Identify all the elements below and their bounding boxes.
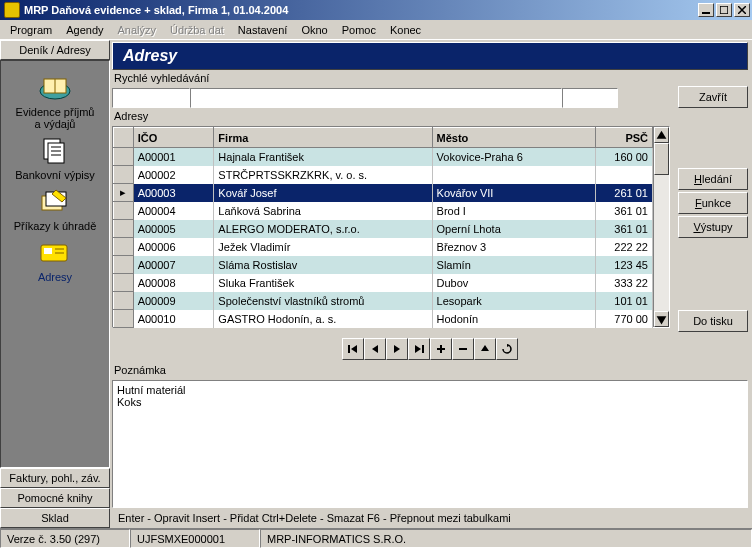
table-row[interactable]: A00001Hajnala FrantišekVokovice-Praha 61… <box>114 148 653 166</box>
note-memo[interactable]: Hutní materiál Koks <box>112 380 748 508</box>
col-mesto[interactable]: Město <box>432 128 596 148</box>
print-button[interactable]: Do tisku <box>678 310 748 332</box>
close-button[interactable] <box>734 3 750 17</box>
nav-next-icon[interactable] <box>386 338 408 360</box>
table-row[interactable]: A00005ALERGO MODERATO, s.r.o.Operní Lhot… <box>114 220 653 238</box>
sidebar-item-evidence[interactable]: Evidence příjmů a výdajů <box>1 73 109 130</box>
titlebar: MRP Daňová evidence + sklad, Firma 1, 01… <box>0 0 752 20</box>
table-row[interactable]: A00006Ježek VladimírBřeznov 3222 22 <box>114 238 653 256</box>
cell-ico: A00008 <box>133 274 214 292</box>
cell-mesto: Slamín <box>432 256 596 274</box>
svg-marker-21 <box>351 345 357 353</box>
record-navigator <box>112 338 748 360</box>
sidebar-tab-sklad[interactable]: Sklad <box>0 508 110 528</box>
col-firma[interactable]: Firma <box>214 128 432 148</box>
docs-icon <box>37 136 73 166</box>
table-row[interactable]: A00002STRČPRTSSKRZKRK, v. o. s. <box>114 166 653 184</box>
table-row[interactable]: A00009Společenství vlastníků stromůLesop… <box>114 292 653 310</box>
search-firma[interactable] <box>190 88 562 108</box>
menu-agendy[interactable]: Agendy <box>60 22 109 38</box>
address-grid[interactable]: IČO Firma Město PSČ A00001Hajnala Franti… <box>112 126 670 328</box>
app-icon <box>4 2 20 18</box>
scroll-thumb[interactable] <box>654 143 669 175</box>
table-row[interactable]: A00008Sluka FrantišekDubov333 22 <box>114 274 653 292</box>
outputs-button[interactable]: Výstupy <box>678 216 748 238</box>
grid-scrollbar[interactable] <box>653 127 669 327</box>
menu-okno[interactable]: Okno <box>295 22 333 38</box>
close-panel-button[interactable]: Zavřít <box>678 86 748 108</box>
scroll-down-icon[interactable] <box>654 311 669 327</box>
nav-delete-icon[interactable] <box>452 338 474 360</box>
menu-program[interactable]: Program <box>4 22 58 38</box>
menu-konec[interactable]: Konec <box>384 22 427 38</box>
row-indicator <box>114 292 134 310</box>
search-extra[interactable] <box>562 88 618 108</box>
status-code: UJFSMXE000001 <box>130 529 260 548</box>
maximize-button[interactable] <box>716 3 732 17</box>
cell-ico: A00001 <box>133 148 214 166</box>
cell-psc: 361 01 <box>596 220 653 238</box>
quick-search-row <box>112 88 670 108</box>
menu-analyzy: Analýzy <box>112 22 163 38</box>
table-row[interactable]: A00007Sláma RostislavSlamín123 45 <box>114 256 653 274</box>
svg-rect-20 <box>348 345 350 353</box>
scroll-track[interactable] <box>654 175 669 311</box>
cell-mesto: Hodonín <box>432 310 596 328</box>
functions-button[interactable]: Funkce <box>678 192 748 214</box>
nav-edit-icon[interactable] <box>474 338 496 360</box>
window-title: MRP Daňová evidence + sklad, Firma 1, 01… <box>24 4 698 16</box>
cell-firma: Kovář Josef <box>214 184 432 202</box>
grid-header-row[interactable]: IČO Firma Město PSČ <box>114 128 653 148</box>
nav-first-icon[interactable] <box>342 338 364 360</box>
row-indicator <box>114 220 134 238</box>
table-row[interactable]: A00010GASTRO Hodonín, a. s.Hodonín770 00 <box>114 310 653 328</box>
cell-firma: STRČPRTSSKRZKRK, v. o. s. <box>214 166 432 184</box>
money-icon <box>37 187 73 217</box>
sidebar-item-adresy[interactable]: Adresy <box>1 238 109 283</box>
svg-rect-27 <box>437 348 445 350</box>
grid-label: Adresy <box>112 110 670 124</box>
sidebar-tab-denik[interactable]: Deník / Adresy <box>0 40 110 60</box>
sidebar-tab-faktury[interactable]: Faktury, pohl., záv. <box>0 468 110 488</box>
svg-marker-24 <box>415 345 421 353</box>
search-ico[interactable] <box>112 88 190 108</box>
cell-ico: A00002 <box>133 166 214 184</box>
sidebar-item-label: Evidence příjmů a výdajů <box>16 106 95 130</box>
svg-rect-0 <box>702 12 710 14</box>
table-row[interactable]: ▸A00003Kovář JosefKovářov VII261 01 <box>114 184 653 202</box>
cell-psc: 123 45 <box>596 256 653 274</box>
cell-psc: 222 22 <box>596 238 653 256</box>
cell-mesto: Lesopark <box>432 292 596 310</box>
row-indicator: ▸ <box>114 184 134 202</box>
menu-pomoc[interactable]: Pomoc <box>336 22 382 38</box>
table-row[interactable]: A00004Laňková SabrinaBrod I361 01 <box>114 202 653 220</box>
sidebar-tab-pomocne[interactable]: Pomocné knihy <box>0 488 110 508</box>
sidebar-content: Evidence příjmů a výdajů Bankovní výpisy… <box>0 60 110 468</box>
cell-psc: 333 22 <box>596 274 653 292</box>
status-version: Verze č. 3.50 (297) <box>0 529 130 548</box>
nav-last-icon[interactable] <box>408 338 430 360</box>
nav-refresh-icon[interactable] <box>496 338 518 360</box>
search-button[interactable]: Hledání <box>678 168 748 190</box>
shortcut-hint: Enter - Opravit Insert - Přidat Ctrl+Del… <box>112 510 748 526</box>
cell-ico: A00003 <box>133 184 214 202</box>
nav-prev-icon[interactable] <box>364 338 386 360</box>
col-psc[interactable]: PSČ <box>596 128 653 148</box>
nav-insert-icon[interactable] <box>430 338 452 360</box>
cell-firma: GASTRO Hodonín, a. s. <box>214 310 432 328</box>
sidebar-item-prikazy[interactable]: Příkazy k úhradě <box>1 187 109 232</box>
sidebar-item-label: Adresy <box>38 271 72 283</box>
cell-mesto: Vokovice-Praha 6 <box>432 148 596 166</box>
col-ico[interactable]: IČO <box>133 128 214 148</box>
status-company: MRP-INFORMATICS S.R.O. <box>260 529 752 548</box>
quick-search-label: Rychlé vyhledávání <box>112 72 670 86</box>
menu-udrzba: Údržba dat <box>164 22 230 38</box>
cell-firma: Ježek Vladimír <box>214 238 432 256</box>
sidebar-item-bankovni[interactable]: Bankovní výpisy <box>1 136 109 181</box>
menu-nastaveni[interactable]: Nastavení <box>232 22 294 38</box>
minimize-button[interactable] <box>698 3 714 17</box>
scroll-up-icon[interactable] <box>654 127 669 143</box>
note-label: Poznámka <box>112 364 748 378</box>
sidebar-item-label: Bankovní výpisy <box>15 169 94 181</box>
cell-ico: A00007 <box>133 256 214 274</box>
